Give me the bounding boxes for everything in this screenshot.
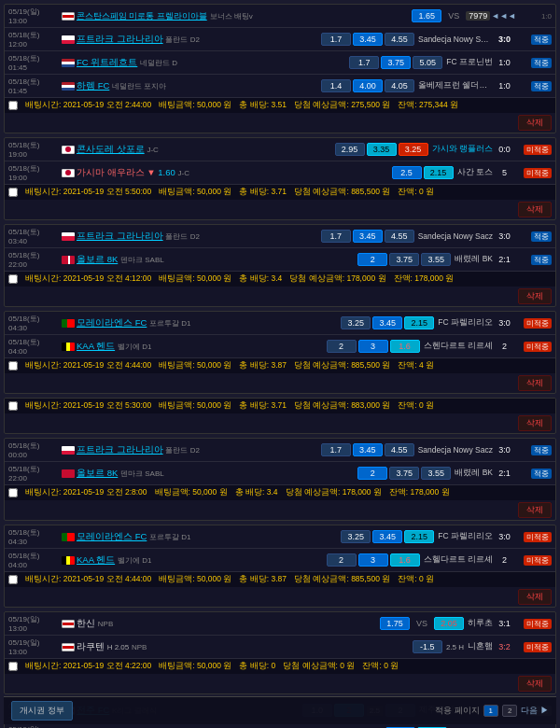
odds-btn-2[interactable]: 3.45 — [372, 316, 402, 329]
odds-btn-2[interactable]: 3.75 — [389, 467, 419, 480]
odds-btn-1[interactable]: 2 — [357, 467, 387, 480]
group-checkbox[interactable] — [8, 662, 18, 671]
team-name[interactable]: 프트라크 그라나리아 — [77, 444, 163, 455]
delete-button[interactable]: 삭제 — [518, 415, 552, 431]
nav-arrow[interactable]: ◄◄◄ — [491, 11, 516, 21]
odds-btn-1[interactable]: 2.95 — [335, 143, 365, 156]
open-button[interactable]: 개시권 정부 — [11, 701, 73, 721]
team-name[interactable]: 라쿠텐 H 2.05 — [77, 641, 129, 651]
odds-btn-1[interactable]: 1.7 — [321, 33, 351, 46]
odds-btn-1[interactable]: 1.7 — [321, 443, 351, 456]
odds-btn-2[interactable]: 4.00 — [353, 79, 383, 92]
odds-btn-1[interactable]: 2.5 — [392, 166, 422, 179]
bet-row: 05/18(토) 04:30 모레이라엔스 FC 포르투갈 D1 3.25 3.… — [5, 525, 555, 549]
odds-btn-2[interactable]: 3.45 — [372, 530, 402, 543]
odds-group: 1.7 3.75 5.05 FC 프로닌번 — [349, 56, 493, 69]
flag — [60, 169, 77, 177]
odds-btn-1[interactable]: 2 — [357, 253, 387, 266]
odds-btn-2[interactable]: 3.45 — [353, 443, 383, 456]
odds-btn-2[interactable]: 2.15 — [424, 166, 454, 179]
match-time: 05/18(토) 01:45 — [8, 77, 60, 95]
team-name[interactable]: 가시마 애우라스 ▼ 1.60 — [77, 167, 175, 177]
odds-btn-1[interactable]: 1.7 — [349, 56, 379, 69]
league-label: 보너스 배팅v — [210, 12, 253, 21]
team-name[interactable]: 한신 — [77, 618, 95, 628]
odds-btn-2[interactable]: 3.45 — [353, 33, 383, 46]
team-name[interactable]: KAA 헨드 — [77, 554, 115, 565]
odds-btn-1[interactable]: 1.4 — [321, 79, 351, 92]
odds-btn-3[interactable]: 1.6 — [390, 553, 420, 567]
delete-button[interactable]: 삭제 — [518, 502, 552, 518]
group-checkbox[interactable] — [8, 101, 18, 110]
odds-btn-3[interactable]: 3.25 — [399, 143, 428, 156]
league-label: 덴마크 SABL — [120, 256, 164, 264]
result-col: 1:0 — [516, 12, 552, 21]
odds-btn-3[interactable]: 3.55 — [421, 253, 451, 266]
odds-btn-2[interactable]: 3 — [358, 553, 388, 567]
team-name[interactable]: 하렘 FC — [77, 80, 109, 91]
team-name[interactable]: 올보르 8K — [77, 468, 118, 478]
group-checkbox[interactable] — [8, 188, 18, 197]
group-checkbox[interactable] — [8, 274, 18, 284]
page-label: 적용 페이지 — [435, 705, 480, 717]
odds-btn-1[interactable]: 3.25 — [341, 316, 371, 329]
team-col: 모레이라엔스 FC 포르투갈 D1 — [77, 531, 341, 543]
summary-row: 배팅시간: 2021-05-19 오전 4:22:00 배팅금액: 50,000… — [5, 659, 555, 674]
odds-btn-2[interactable]: 2.05 — [434, 617, 464, 630]
delete-button[interactable]: 삭제 — [518, 115, 552, 131]
team-name[interactable]: 올보르 8K — [77, 254, 118, 264]
odds-btn-1[interactable]: 1.65 — [412, 9, 441, 22]
flag — [60, 319, 77, 328]
flag — [60, 533, 77, 541]
flag — [60, 12, 77, 21]
odds-btn-2[interactable]: 3.75 — [389, 253, 419, 266]
delete-button[interactable]: 삭제 — [518, 676, 552, 692]
group-checkbox[interactable] — [8, 575, 18, 584]
odds-btn-3[interactable]: 3.55 — [421, 467, 451, 480]
delete-button[interactable]: 삭제 — [518, 375, 552, 391]
odds-btn-1[interactable]: 3.25 — [341, 530, 371, 543]
team-name[interactable]: FC 위트레흐트 — [77, 57, 137, 67]
team-name[interactable]: 콘사도레 삿포로 — [77, 144, 145, 154]
group-checkbox[interactable] — [8, 488, 18, 497]
odds-btn-3[interactable]: 2.15 — [404, 530, 434, 543]
odds-btn-2[interactable]: 3 — [358, 340, 388, 353]
team-name[interactable]: 모레이라엔스 FC — [77, 531, 147, 541]
team-name[interactable]: 프트라크 그라나리아 — [77, 231, 163, 241]
main-container[interactable]: 05/19(일) 13:00 콘스탄스페임 미로통 프렐라이아블 보너스 배팅v… — [0, 0, 560, 728]
page-2-btn[interactable]: 2 — [502, 705, 517, 717]
flag — [60, 556, 77, 565]
odds-btn-3[interactable]: 4.05 — [385, 79, 414, 92]
summary-odds: 총 배당: 3.87 — [239, 574, 287, 585]
odds-btn-1[interactable]: 1.7 — [321, 230, 351, 243]
odds-btn-1[interactable]: 2 — [327, 553, 357, 567]
odds-btn-1[interactable]: -1.5 — [413, 640, 442, 653]
odds-group: 3.25 3.45 2.15 FC 파렐리리오 — [341, 316, 493, 329]
bet-row: 05/18(토) 00:00 프트라크 그라나리아 폴란드 D2 1.7 3.4… — [5, 439, 555, 462]
flag — [60, 59, 77, 67]
odds-btn-3[interactable]: 4.55 — [385, 443, 414, 456]
summary-row: 배팅시간: 2021-05-19 오전 5:50:00 배팅금액: 50,000… — [5, 185, 555, 200]
delete-button[interactable]: 삭제 — [518, 288, 552, 304]
odds-btn-2[interactable]: 3.35 — [367, 143, 397, 156]
delete-button[interactable]: 삭제 — [518, 589, 552, 605]
team-name[interactable]: 모레이라엔스 FC — [77, 317, 147, 328]
score: 7979 — [466, 11, 489, 21]
odds-btn-1[interactable]: 1.75 — [380, 617, 410, 630]
odds-btn-3[interactable]: 1.6 — [390, 340, 420, 353]
odds-btn-1[interactable]: 2 — [327, 340, 357, 353]
odds-btn-3[interactable]: 5.05 — [413, 56, 442, 69]
page-next-label[interactable]: 다음 ▶ — [521, 705, 549, 717]
delete-button[interactable]: 삭제 — [518, 202, 552, 217]
odds-btn-2[interactable]: 3.75 — [381, 56, 411, 69]
odds-btn-3[interactable]: 2.15 — [404, 316, 434, 329]
page-1-btn[interactable]: 1 — [483, 705, 498, 717]
odds-btn-3[interactable]: 4.55 — [385, 230, 414, 243]
team-name[interactable]: KAA 헨드 — [77, 341, 115, 351]
odds-btn-3[interactable]: 4.55 — [385, 33, 414, 46]
odds-btn-2[interactable]: 3.45 — [353, 230, 383, 243]
group-checkbox[interactable] — [8, 401, 18, 411]
team-name[interactable]: 프트라크 그라나리아 — [77, 34, 163, 44]
group-checkbox[interactable] — [8, 361, 18, 371]
team-name[interactable]: 콘스탄스페임 미로통 프렐라이아블 — [77, 11, 207, 21]
